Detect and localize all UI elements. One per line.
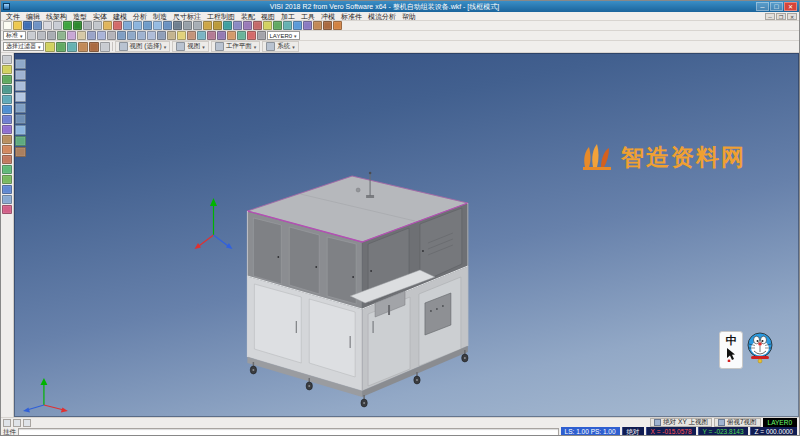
zoom-window-icon[interactable] (123, 21, 132, 30)
redo-icon[interactable] (73, 21, 82, 30)
select-color-icon[interactable] (67, 31, 76, 40)
shaded-view-icon[interactable] (173, 21, 182, 30)
settings-icon[interactable] (257, 31, 266, 40)
menu-item[interactable]: 文件 (3, 12, 23, 21)
fillet-tool-icon[interactable] (2, 165, 12, 174)
ortho-toggle-icon[interactable] (23, 419, 31, 427)
measure-icon[interactable] (253, 21, 262, 30)
circle-icon[interactable] (293, 21, 302, 30)
paste-icon[interactable] (103, 21, 112, 30)
toolbar-group-button[interactable]: 视图 (选择) ▾ (115, 41, 171, 52)
filter-point-icon[interactable] (45, 42, 55, 52)
show-entity-icon[interactable] (97, 31, 106, 40)
menu-item[interactable]: 冲模 (318, 12, 338, 21)
menu-item[interactable]: 制造 (150, 12, 170, 21)
snap-toggle-icon[interactable] (3, 419, 11, 427)
select-polygon-icon[interactable] (47, 31, 56, 40)
grid-toggle-icon[interactable] (13, 419, 21, 427)
menu-item[interactable]: 装配 (238, 12, 258, 21)
analysis-icon[interactable] (333, 21, 342, 30)
coord-mode[interactable]: 绝对 (622, 427, 644, 436)
ellipse-tool-icon[interactable] (2, 115, 12, 124)
arc-icon[interactable] (283, 21, 292, 30)
delete-icon[interactable] (113, 21, 122, 30)
filter-arc-icon[interactable] (67, 42, 77, 52)
menu-item[interactable]: 加工 (278, 12, 298, 21)
active-layer-badge[interactable]: LAYER0 (763, 418, 797, 427)
menu-item[interactable]: 工具 (298, 12, 318, 21)
menu-item[interactable]: 实体 (90, 12, 110, 21)
pan-icon[interactable] (153, 21, 162, 30)
dimension-tool-icon[interactable] (2, 205, 12, 214)
front-view-icon[interactable] (137, 31, 146, 40)
close-button[interactable]: ✕ (784, 2, 797, 11)
point-tool-icon[interactable] (2, 65, 12, 74)
record-icon[interactable] (247, 31, 256, 40)
zoom-fit-icon[interactable] (133, 21, 142, 30)
surface-icon[interactable] (313, 21, 322, 30)
explode-icon[interactable] (227, 31, 236, 40)
chamfer-tool-icon[interactable] (2, 175, 12, 184)
new-file-icon[interactable] (3, 21, 12, 30)
background-icon[interactable] (197, 31, 206, 40)
circle-tool-icon[interactable] (2, 105, 12, 114)
filter-surface-icon[interactable] (78, 42, 88, 52)
rotate-view-icon[interactable] (163, 21, 172, 30)
doc-restore-button[interactable]: ❐ (776, 13, 786, 20)
print-icon[interactable] (43, 21, 52, 30)
cut-icon[interactable] (83, 21, 92, 30)
copy-icon[interactable] (93, 21, 102, 30)
filter-combo[interactable]: 选择过滤器▾ (3, 42, 44, 51)
line-icon[interactable] (273, 21, 282, 30)
save-icon[interactable] (23, 21, 32, 30)
point-icon[interactable] (263, 21, 272, 30)
undo-icon[interactable] (63, 21, 72, 30)
toolbar-group-button[interactable]: 视图 ▾ (172, 41, 209, 52)
light-icon[interactable] (177, 31, 186, 40)
material-icon[interactable] (187, 31, 196, 40)
trim-tool-icon[interactable] (2, 145, 12, 154)
iso-view-icon[interactable] (117, 31, 126, 40)
select-tool-icon[interactable] (2, 55, 12, 64)
clipping-icon[interactable] (207, 31, 216, 40)
select-layer-icon[interactable] (77, 31, 86, 40)
section-icon[interactable] (217, 31, 226, 40)
filter-solid-icon[interactable] (89, 42, 99, 52)
layer-combo[interactable]: LAYER0▾ (267, 31, 300, 40)
menu-item[interactable]: 模流分析 (365, 12, 399, 21)
zoom-previous-icon[interactable] (143, 21, 152, 30)
print-preview-icon[interactable] (53, 21, 62, 30)
menu-item[interactable]: 尺寸标注 (170, 12, 204, 21)
current-view-button[interactable]: 俯视7视图 (714, 418, 761, 427)
style-combo[interactable]: 标准▾ (3, 31, 26, 40)
open-file-icon[interactable] (13, 21, 22, 30)
menu-item[interactable]: 造型 (70, 12, 90, 21)
grid-icon[interactable] (233, 21, 242, 30)
menu-item[interactable]: 建模 (110, 12, 130, 21)
titlebar[interactable]: VISI 2018 R2 from Vero Software x64 - 整机… (1, 1, 799, 12)
line-tool-icon[interactable] (2, 75, 12, 84)
view-mode-button[interactable]: 绝对 XY 上视图 (650, 418, 712, 427)
spline-tool-icon[interactable] (2, 125, 12, 134)
menu-item[interactable]: 视图 (258, 12, 278, 21)
solid-icon[interactable] (323, 21, 332, 30)
layers-icon[interactable] (203, 21, 212, 30)
toolbar-group-button[interactable]: 工作平面 ▾ (211, 41, 261, 52)
filter-all-icon[interactable] (100, 42, 110, 52)
named-view-icon[interactable] (167, 31, 176, 40)
snap-icon[interactable] (243, 21, 252, 30)
minimize-button[interactable]: ─ (756, 2, 769, 11)
hide-entity-icon[interactable] (87, 31, 96, 40)
top-view-icon[interactable] (127, 31, 136, 40)
select-window-icon[interactable] (37, 31, 46, 40)
filter-line-icon[interactable] (56, 42, 66, 52)
cad-scene[interactable] (14, 53, 799, 417)
menu-item[interactable]: 工程制图 (204, 12, 238, 21)
move-tool-icon[interactable] (2, 195, 12, 204)
menu-item[interactable]: 线架构 (43, 12, 70, 21)
extend-tool-icon[interactable] (2, 155, 12, 164)
arc-tool-icon[interactable] (2, 95, 12, 104)
polyline-tool-icon[interactable] (2, 85, 12, 94)
doc-minimize-button[interactable]: ─ (765, 13, 775, 20)
select-icon[interactable] (27, 31, 36, 40)
